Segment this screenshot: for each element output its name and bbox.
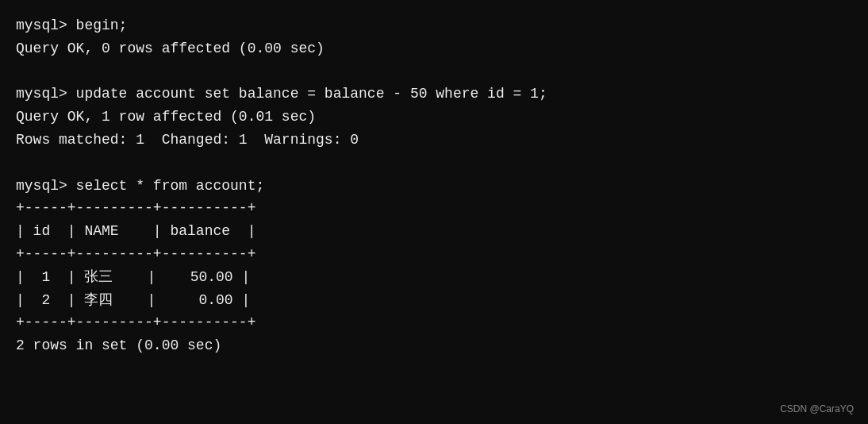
terminal-line: Rows matched: 1 Changed: 1 Warnings: 0 (16, 129, 852, 152)
watermark: CSDN @CaraYQ (780, 403, 854, 414)
terminal-line: mysql> begin; (16, 14, 852, 37)
terminal-line: +-----+---------+----------+ (16, 311, 852, 334)
terminal-line: +-----+---------+----------+ (16, 197, 852, 220)
terminal-line: mysql> update account set balance = bala… (16, 83, 852, 106)
terminal-line: 2 rows in set (0.00 sec) (16, 334, 852, 357)
terminal-window: mysql> begin;Query OK, 0 rows affected (… (0, 0, 868, 424)
terminal-line (16, 60, 852, 83)
terminal-line: Query OK, 0 rows affected (0.00 sec) (16, 37, 852, 60)
terminal-line: mysql> select * from account; (16, 175, 852, 198)
terminal-line: | id | NAME | balance | (16, 220, 852, 243)
terminal-line: Query OK, 1 row affected (0.01 sec) (16, 106, 852, 129)
terminal-line: | 1 | 张三 | 50.00 | (16, 266, 852, 289)
terminal-line: +-----+---------+----------+ (16, 243, 852, 266)
terminal-line: | 2 | 李四 | 0.00 | (16, 289, 852, 312)
terminal-line (16, 152, 852, 175)
terminal-output: mysql> begin;Query OK, 0 rows affected (… (16, 14, 852, 357)
